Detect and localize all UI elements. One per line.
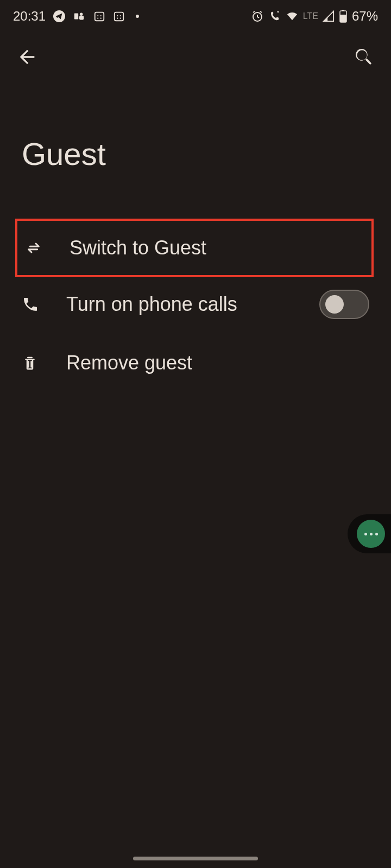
home-indicator[interactable]	[133, 857, 258, 860]
svg-point-2	[80, 13, 83, 16]
phone-calls-row[interactable]: Turn on phone calls	[0, 275, 391, 334]
svg-point-13	[120, 18, 121, 19]
battery-percentage: 67%	[352, 9, 378, 24]
remove-guest-row[interactable]: Remove guest	[0, 334, 391, 392]
back-button[interactable]	[13, 43, 41, 71]
signal-icon	[323, 10, 335, 22]
page-title: Guest	[0, 81, 391, 221]
trash-icon	[22, 355, 66, 371]
lte-label: LTE	[303, 11, 318, 21]
calendar-icon	[93, 10, 105, 22]
remove-guest-label: Remove guest	[66, 352, 369, 374]
phone-icon	[22, 296, 66, 313]
svg-rect-9	[115, 12, 124, 21]
svg-rect-3	[79, 16, 84, 20]
teams-icon	[73, 10, 86, 22]
svg-point-5	[97, 15, 98, 16]
status-right: LTE 67%	[251, 9, 378, 24]
arrow-back-icon	[16, 46, 38, 68]
search-button[interactable]	[350, 43, 378, 71]
wifi-calling-icon	[268, 10, 281, 23]
switch-to-guest-row[interactable]: Switch to Guest	[15, 219, 374, 277]
wifi-icon	[286, 10, 299, 22]
floating-side-button[interactable]	[348, 514, 391, 553]
svg-rect-4	[95, 12, 104, 21]
toggle-knob	[325, 295, 344, 314]
svg-rect-17	[340, 15, 346, 22]
phone-calls-label: Turn on phone calls	[66, 293, 319, 316]
svg-point-10	[117, 15, 118, 16]
svg-point-7	[97, 18, 98, 19]
calendar-icon-2	[113, 10, 125, 22]
svg-point-12	[117, 18, 118, 19]
battery-icon	[339, 10, 348, 23]
notification-dot-icon	[136, 15, 139, 18]
search-icon	[353, 46, 375, 68]
svg-point-6	[100, 15, 102, 16]
svg-rect-1	[74, 14, 78, 20]
alarm-icon	[251, 10, 264, 23]
status-bar: 20:31 LTE 67%	[0, 0, 391, 33]
telegram-icon	[53, 10, 65, 22]
app-bar	[0, 33, 391, 81]
swap-icon	[25, 239, 70, 257]
switch-to-guest-label: Switch to Guest	[70, 237, 350, 259]
status-time: 20:31	[13, 9, 46, 24]
phone-calls-toggle[interactable]	[319, 290, 369, 319]
status-left: 20:31	[13, 9, 139, 24]
more-icon	[357, 520, 385, 548]
svg-point-11	[120, 15, 121, 16]
svg-point-8	[100, 18, 102, 19]
